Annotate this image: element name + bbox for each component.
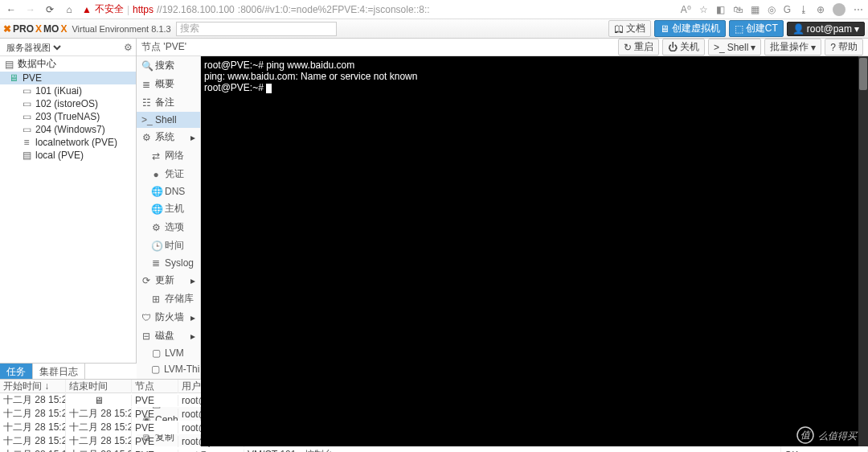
console-panel[interactable]: root@PVE:~# ping www.baidu.com ping: www… [201, 56, 868, 446]
logo-text-4: X [60, 23, 67, 35]
tree-node-pve[interactable]: 🖥PVE [0, 72, 136, 84]
menu-notes[interactable]: ☷备注 [137, 93, 200, 112]
address-bar[interactable]: ▲ 不安全 | https//192.168.100.100:8006/#v1:… [82, 2, 674, 16]
tree-item[interactable]: ▭203 (TrueNAS) [0, 110, 136, 123]
search-icon: 🔍 [141, 60, 151, 72]
content-panel: 节点 'PVE' ↻重启 ⏻关机 >_Shell▾ 批量操作▾ ?帮助 🔍搜索 … [137, 39, 868, 363]
col-node[interactable]: 节点 [132, 380, 178, 393]
menu-repos[interactable]: ⊞存储库 [137, 290, 200, 308]
download-icon[interactable]: ⭳ [799, 4, 809, 15]
col-end[interactable]: 结束时间 [66, 380, 132, 393]
tab-tasks[interactable]: 任务 [0, 364, 33, 379]
view-mode-select[interactable]: 服务器视图 [3, 42, 63, 53]
menu-system[interactable]: ⚙系统▸ [137, 128, 200, 146]
nav-forward-icon[interactable]: → [24, 3, 37, 16]
menu-hosts[interactable]: 🌐主机 [137, 199, 200, 218]
create-vm-label: 创建虚拟机 [672, 22, 720, 35]
tree-item[interactable]: ▤local (PVE) [0, 149, 136, 162]
item-icon: ▤ [21, 150, 32, 161]
chevron-down-icon: ▾ [811, 42, 816, 53]
menu-lvm[interactable]: ▢LVM [137, 345, 200, 361]
shell-button[interactable]: >_Shell▾ [708, 39, 761, 55]
col-start[interactable]: 开始时间 ↓ [0, 380, 66, 393]
tree-item[interactable]: ▭204 (Windows7) [0, 123, 136, 136]
item-icon: ≡ [21, 137, 32, 148]
cogs-icon: ⚙ [141, 132, 151, 143]
nav-home-icon[interactable]: ⌂ [63, 3, 76, 16]
nav-refresh-icon[interactable]: ⟳ [43, 3, 56, 16]
global-search[interactable]: 搜索 [176, 22, 337, 36]
docs-button[interactable]: 🕮文档 [608, 20, 651, 37]
scroll-thumb[interactable] [859, 58, 867, 90]
host-icon: 🌐 [151, 203, 161, 215]
watermark-icon: 值 [796, 426, 814, 444]
cube-icon: ⬚ [735, 23, 743, 35]
collection-icon[interactable]: ⊕ [817, 4, 825, 15]
breadcrumb: 节点 'PVE' [141, 40, 186, 54]
tree-item[interactable]: ▭101 (iKuai) [0, 84, 136, 97]
create-ct-button[interactable]: ⬚创建CT [729, 20, 784, 37]
cart-icon[interactable]: 🛍 [733, 4, 743, 15]
ext2-icon[interactable]: ▦ [751, 4, 760, 15]
bulk-actions-button[interactable]: 批量操作▾ [764, 39, 821, 55]
watermark-text: 么值得买 [818, 430, 857, 442]
item-icon: ▭ [21, 111, 32, 122]
tree-item[interactable]: ▭102 (istoreOS) [0, 97, 136, 110]
svg-text:值: 值 [800, 429, 812, 441]
create-vm-button[interactable]: 🖥创建虚拟机 [654, 20, 726, 37]
help-icon: ? [830, 42, 836, 53]
shutdown-button[interactable]: ⏻关机 [662, 39, 705, 55]
item-label: 203 (TrueNAS) [35, 111, 100, 122]
terminal-icon: >_ [141, 114, 151, 125]
tab-cluster-log[interactable]: 集群日志 [33, 364, 85, 379]
read-mode-icon[interactable]: A⁰ [681, 4, 691, 15]
cert-icon: ● [151, 169, 161, 180]
watermark: 值 么值得买 [796, 425, 857, 444]
ext-icon[interactable]: ◧ [716, 4, 725, 15]
nav-back-icon[interactable]: ← [5, 3, 18, 16]
book-icon: 🕮 [614, 23, 624, 35]
chevron-down-icon: ▾ [854, 23, 859, 35]
menu-disks[interactable]: ⊟磁盘▸ [137, 327, 200, 345]
chevron-right-icon: ▸ [190, 312, 195, 323]
menu-icon[interactable]: ⋯ [854, 4, 863, 15]
sync-icon[interactable]: ◎ [768, 4, 776, 15]
gear-icon[interactable]: ⚙ [124, 42, 133, 53]
menu-updates[interactable]: ⟳更新▸ [137, 271, 200, 290]
menu-dns[interactable]: 🌐DNS [137, 183, 200, 199]
node-icon: 🖥 [8, 72, 19, 84]
tree-header: 服务器视图 ⚙ [0, 39, 136, 56]
task-row[interactable]: 十二月 28 15:19:25十二月 28 15:35:57PVEroot@pa… [0, 448, 868, 452]
console-scrollbar[interactable] [858, 56, 868, 446]
reboot-button[interactable]: ↻重启 [618, 39, 659, 55]
menu-shell[interactable]: >_Shell [137, 112, 200, 128]
search-placeholder: 搜索 [180, 22, 199, 35]
item-icon: ▭ [21, 98, 32, 109]
monitor-icon: 🖥 [660, 23, 669, 35]
refresh2-icon[interactable]: G [784, 4, 791, 15]
tree-datacenter[interactable]: ▤数据中心 [0, 56, 136, 72]
url-path: :8006/#v1:0:=node%2FPVE:4:=jsconsole::8:… [238, 4, 430, 15]
user-icon: 👤 [792, 23, 805, 35]
menu-certs[interactable]: ●凭证 [137, 165, 200, 183]
menu-time[interactable]: 🕒时间 [137, 236, 200, 255]
note-icon: ☷ [141, 97, 151, 109]
menu-firewall[interactable]: 🛡防火墙▸ [137, 308, 200, 327]
tree-item[interactable]: ≡localnetwork (PVE) [0, 136, 136, 149]
menu-summary[interactable]: ≣概要 [137, 75, 200, 93]
menu-search[interactable]: 🔍搜索 [137, 56, 200, 75]
url-host: //192.168.100.100 [157, 4, 235, 15]
favorite-icon[interactable]: ☆ [699, 4, 708, 15]
logo-text-1: PRO [13, 23, 34, 35]
menu-options[interactable]: ⚙选项 [137, 218, 200, 236]
help-button[interactable]: ?帮助 [825, 39, 863, 55]
menu-network[interactable]: ⇄网络 [137, 146, 200, 165]
menu-syslog[interactable]: ≣Syslog [137, 255, 200, 271]
avatar-icon[interactable] [833, 3, 845, 16]
user-menu[interactable]: 👤root@pam▾ [787, 22, 865, 36]
terminal-icon: >_ [714, 42, 725, 53]
insecure-label: 不安全 [95, 2, 124, 16]
node-label: PVE [23, 72, 42, 84]
clock-icon: 🕒 [151, 240, 161, 252]
app-header: ✖ PROXMOX Virtual Environment 8.1.3 搜索 🕮… [0, 19, 868, 39]
